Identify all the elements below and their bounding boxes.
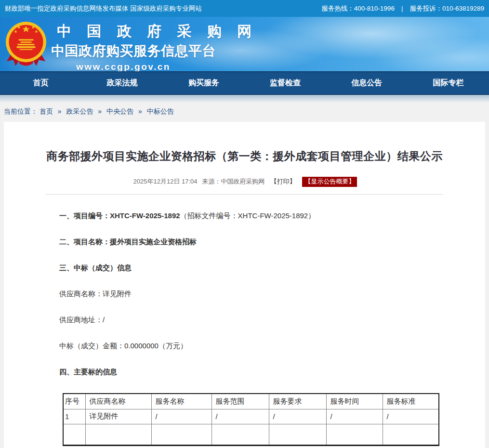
breadcrumb-item-home[interactable]: 首页 [40, 107, 53, 115]
nav-item-announcements[interactable]: 信息公告 [326, 78, 408, 88]
col-header-service-name: 服务名称 [151, 394, 211, 409]
meta-divider [46, 194, 443, 195]
service-contacts: 服务热线：400-810-1996 | 服务投诉：010-63819289 [321, 4, 484, 13]
site-header-banner: 中 国 政 府 采 购 网 中国政府购买服务信息平台 www.ccgp.gov.… [0, 17, 489, 71]
cell-empty [85, 424, 151, 445]
site-url: www.ccgp.gov.cn [51, 62, 196, 71]
nav-item-international[interactable]: 国际专栏 [408, 78, 489, 88]
col-header-service-time: 服务时间 [326, 394, 383, 409]
breadcrumb-item-central[interactable]: 中央公告 [106, 107, 133, 115]
cell-empty [383, 424, 439, 445]
breadcrumb-item-notices[interactable]: 政采公告 [66, 107, 93, 115]
service-hotline: 服务热线：400-810-1996 [321, 4, 395, 13]
col-header-service-std: 服务标准 [383, 394, 439, 409]
contact-separator: | [401, 5, 403, 12]
publish-datetime: 2025年12月12日 17:04 [133, 178, 198, 185]
cell-empty [151, 424, 211, 445]
col-header-service-scope: 服务范围 [211, 394, 269, 409]
table-header-row: 序号 供应商名称 服务名称 服务范围 服务要求 服务时间 服务标准 [63, 394, 439, 409]
cell-empty [63, 424, 85, 445]
breadcrumb-item-award[interactable]: 中标公告 [147, 107, 174, 115]
cell-index: 1 [63, 409, 85, 424]
nav-item-home[interactable]: 首页 [0, 78, 81, 88]
site-name: 中 国 政 府 采 购 网 [57, 22, 196, 41]
cell-empty [211, 424, 269, 445]
top-service-bar: 财政部唯一指定政府采购信息网络发布媒体 国家级政府采购专业网站 服务热线：400… [0, 0, 489, 17]
cell-service-req: / [269, 409, 326, 424]
article-content: 商务部援外项目实施企业资格招标（第一类：援外成套项目管理企业）结果公示 2025… [4, 122, 485, 448]
col-header-service-req: 服务要求 [269, 394, 326, 409]
col-header-supplier: 供应商名称 [85, 394, 151, 409]
site-logo[interactable]: 中 国 政 府 采 购 网 中国政府购买服务信息平台 www.ccgp.gov.… [51, 22, 196, 71]
cell-service-scope: / [211, 409, 269, 424]
show-summary-button[interactable]: 【显示公告概要】 [302, 177, 357, 187]
nav-item-services[interactable]: 购买服务 [163, 78, 244, 88]
paragraph-project-name: 二、项目名称：援外项目实施企业资格招标 [59, 237, 442, 247]
table-row: 1 详见附件 / / / / / [63, 409, 439, 424]
service-complaint: 服务投诉：010-63819289 [410, 4, 484, 13]
breadcrumb-label: 当前位置： [4, 107, 38, 115]
breadcrumb-separator: » [98, 107, 102, 115]
nav-shadow-strip [0, 95, 489, 103]
breadcrumb-separator: » [58, 107, 62, 115]
items-table: 序号 供应商名称 服务名称 服务范围 服务要求 服务时间 服务标准 1 详见附件… [63, 393, 439, 446]
cell-service-time: / [326, 409, 383, 424]
cell-supplier: 详见附件 [85, 409, 151, 424]
paragraph-supplier-address: 供应商地址：/ [59, 315, 442, 325]
table-row-empty [63, 424, 439, 445]
article-body: 一、项目编号：XHTC-FW-2025-1892（招标文件编号：XHTC-FW-… [4, 211, 485, 446]
china-national-emblem-icon [5, 21, 47, 70]
article-meta: 2025年12月12日 17:04 来源：中国政府采购网 【打印】 【显示公告概… [4, 177, 485, 187]
col-header-index: 序号 [63, 394, 85, 409]
print-button[interactable]: 【打印】 [271, 178, 296, 185]
nav-item-regulations[interactable]: 政采法规 [81, 78, 163, 88]
site-slogan: 财政部唯一指定政府采购信息网络发布媒体 国家级政府采购专业网站 [5, 4, 202, 13]
paragraph-award-info-heading: 三、中标（成交）信息 [59, 263, 442, 273]
cell-service-name: / [151, 409, 211, 424]
main-nav: 首页 政采法规 购买服务 监督检查 信息公告 国际专栏 [0, 71, 489, 95]
cell-empty [269, 424, 326, 445]
paragraph-project-number: 一、项目编号：XHTC-FW-2025-1892（招标文件编号：XHTC-FW-… [59, 211, 442, 221]
article-title: 商务部援外项目实施企业资格招标（第一类：援外成套项目管理企业）结果公示 [4, 122, 485, 164]
article-source: 来源：中国政府采购网 [202, 178, 264, 185]
breadcrumb-separator: » [138, 107, 142, 115]
breadcrumb: 当前位置： 首页 » 政采公告 » 中央公告 » 中标公告 [0, 103, 489, 122]
paragraph-supplier-name: 供应商名称：详见附件 [59, 289, 442, 299]
paragraph-award-amount: 中标（成交）金额：0.0000000（万元） [59, 341, 442, 351]
site-subtitle: 中国政府购买服务信息平台 [51, 42, 196, 60]
cell-empty [326, 424, 383, 445]
nav-item-supervision[interactable]: 监督检查 [245, 78, 326, 88]
cell-service-std: / [383, 409, 439, 424]
paragraph-main-items-heading: 四、主要标的信息 [59, 367, 442, 377]
